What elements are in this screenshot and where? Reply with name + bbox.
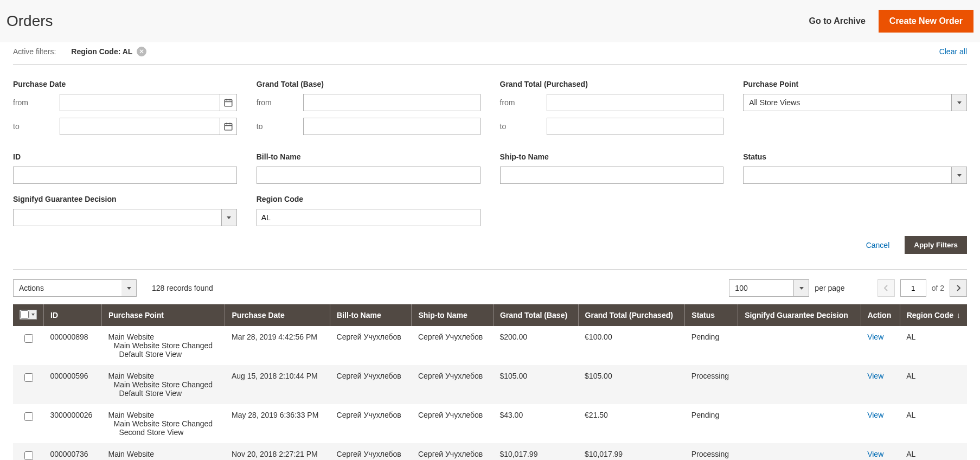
cell-signifyd: [738, 443, 861, 460]
toolbar-right: 100 per page of 2: [729, 279, 967, 297]
header-actions: Go to Archive Create New Order: [809, 10, 973, 33]
col-purchase-date[interactable]: Purchase Date: [225, 304, 330, 326]
cell-status: Pending: [685, 326, 738, 365]
col-status[interactable]: Status: [685, 304, 738, 326]
chevron-down-icon[interactable]: [29, 310, 36, 319]
bill-to-name-input[interactable]: [257, 167, 481, 184]
filter-region-code: Region Code: [257, 195, 481, 226]
cell-ship-to-name: Сергей Учухлебов: [412, 326, 493, 365]
row-checkbox[interactable]: [24, 451, 33, 460]
signifyd-select[interactable]: [13, 209, 237, 226]
chevron-down-icon[interactable]: [222, 209, 237, 226]
id-input[interactable]: [13, 167, 237, 184]
status-select[interactable]: [743, 167, 967, 184]
row-checkbox[interactable]: [24, 412, 33, 421]
view-link[interactable]: View: [867, 372, 883, 380]
cell-id: 000000736: [44, 443, 102, 460]
gt-purchased-to-input[interactable]: [547, 118, 724, 135]
page-number-input[interactable]: [900, 279, 926, 297]
cell-bill-to-name: Сергей Учухлебов: [330, 404, 412, 443]
cell-id: 3000000026: [44, 404, 102, 443]
gt-base-from-input[interactable]: [303, 94, 481, 111]
gt-purchased-from-input[interactable]: [547, 94, 724, 111]
table-row[interactable]: 000000736Main WebsiteNov 20, 2018 2:27:2…: [13, 443, 967, 460]
cell-action: View: [861, 365, 900, 404]
col-grand-total-base[interactable]: Grand Total (Base): [493, 304, 578, 326]
chevron-down-icon[interactable]: [952, 167, 967, 184]
calendar-icon[interactable]: [220, 118, 237, 135]
col-purchase-point[interactable]: Purchase Point: [101, 304, 225, 326]
actions-select[interactable]: Actions: [13, 279, 137, 297]
filter-purchase-date: Purchase Date from to: [13, 80, 237, 142]
cell-ship-to-name: Сергей Учухлебов: [412, 404, 493, 443]
filter-title: Purchase Date: [13, 80, 237, 88]
col-bill-to-name[interactable]: Bill-to Name: [330, 304, 412, 326]
calendar-icon[interactable]: [220, 94, 237, 111]
active-filters-label: Active filters:: [13, 47, 56, 56]
cell-action: View: [861, 404, 900, 443]
chevron-down-icon[interactable]: [952, 94, 967, 111]
purchase-date-from-input[interactable]: [60, 94, 220, 111]
purchase-point-select[interactable]: All Store Views: [743, 94, 967, 111]
apply-filters-button[interactable]: Apply Filters: [905, 236, 967, 254]
cell-status: Pending: [685, 404, 738, 443]
filter-actions: Cancel Apply Filters: [13, 233, 967, 270]
chevron-down-icon[interactable]: [794, 279, 809, 297]
cell-action: View: [861, 443, 900, 460]
cell-signifyd: [738, 365, 861, 404]
table-row[interactable]: 000000898Main WebsiteMain Website Store …: [13, 326, 967, 365]
ship-to-name-input[interactable]: [500, 167, 724, 184]
row-checkbox[interactable]: [24, 334, 33, 343]
table-row[interactable]: 3000000026Main WebsiteMain Website Store…: [13, 404, 967, 443]
cell-region-code: AL: [900, 326, 967, 365]
cell-grand-total-base: $200.00: [493, 326, 578, 365]
purchase-date-to-input[interactable]: [60, 118, 220, 135]
create-new-order-button[interactable]: Create New Order: [879, 10, 973, 33]
cell-purchase-date: May 28, 2019 6:36:33 PM: [225, 404, 330, 443]
cell-bill-to-name: Сергей Учухлебов: [330, 326, 412, 365]
table-row[interactable]: 000000596Main WebsiteMain Website Store …: [13, 365, 967, 404]
cell-status: Processing: [685, 443, 738, 460]
view-link[interactable]: View: [867, 333, 883, 341]
filter-title: Status: [743, 152, 967, 161]
next-page-button[interactable]: [950, 279, 967, 297]
col-id[interactable]: ID: [44, 304, 102, 326]
clear-all-link[interactable]: Clear all: [939, 47, 967, 56]
filter-chip-label: Region Code: AL: [71, 47, 132, 56]
cell-purchase-point: Main WebsiteMain Website Store ChangedSe…: [101, 404, 225, 443]
chevron-down-icon[interactable]: [121, 279, 137, 297]
cell-purchase-point: Main WebsiteMain Website Store ChangedDe…: [101, 365, 225, 404]
cell-ship-to-name: Сергей Учухлебов: [412, 365, 493, 404]
select-all-checkbox[interactable]: [20, 310, 29, 319]
col-signifyd[interactable]: Signifyd Guarantee Decision: [738, 304, 861, 326]
cell-grand-total-purchased: $10,017.99: [578, 443, 685, 460]
filter-purchase-point: Purchase Point All Store Views: [743, 80, 967, 142]
filter-grand-total-base: Grand Total (Base) from to: [257, 80, 481, 142]
region-code-input[interactable]: [257, 209, 481, 226]
active-filters-row: Active filters: Region Code: AL ✕ Clear …: [13, 42, 967, 65]
remove-filter-icon[interactable]: ✕: [137, 47, 146, 56]
gt-base-to-input[interactable]: [303, 118, 481, 135]
row-checkbox[interactable]: [24, 373, 33, 382]
to-label: to: [500, 122, 547, 131]
filter-title: Grand Total (Purchased): [500, 80, 724, 88]
page-title: Orders: [7, 12, 53, 30]
svg-rect-0: [225, 100, 232, 106]
select-value: 100: [729, 279, 794, 297]
go-to-archive-link[interactable]: Go to Archive: [809, 16, 866, 26]
to-label: to: [13, 122, 60, 131]
prev-page-button[interactable]: [877, 279, 895, 297]
view-link[interactable]: View: [867, 411, 883, 419]
cell-purchase-date: Nov 20, 2018 2:27:21 PM: [225, 443, 330, 460]
col-grand-total-purchased[interactable]: Grand Total (Purchased): [578, 304, 685, 326]
cancel-link[interactable]: Cancel: [866, 241, 890, 250]
col-ship-to-name[interactable]: Ship-to Name: [412, 304, 493, 326]
grid-toolbar: Actions 128 records found 100 per page o…: [13, 270, 967, 304]
per-page-select[interactable]: 100: [729, 279, 809, 297]
col-action[interactable]: Action: [861, 304, 900, 326]
select-value: Actions: [13, 279, 121, 297]
orders-table: ID Purchase Point Purchase Date Bill-to …: [13, 304, 967, 460]
col-region-code[interactable]: Region Code ↓: [900, 304, 967, 326]
view-link[interactable]: View: [867, 450, 883, 458]
filter-grand-total-purchased: Grand Total (Purchased) from to: [500, 80, 724, 142]
